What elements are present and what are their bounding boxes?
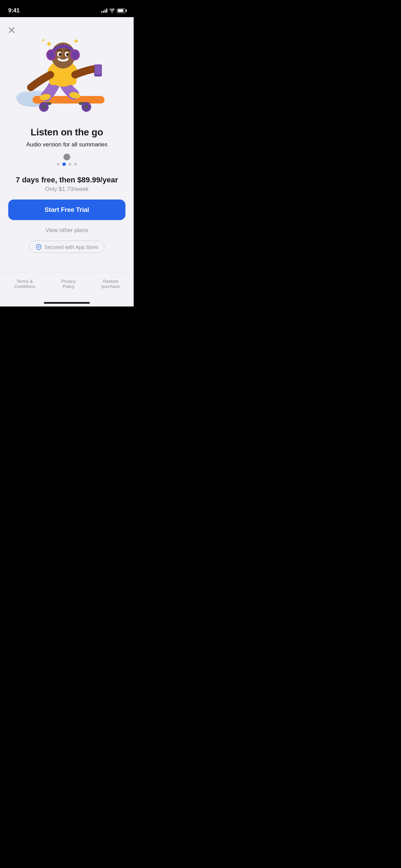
start-trial-button[interactable]: Start Free Trial bbox=[8, 200, 125, 220]
svg-point-21 bbox=[72, 51, 78, 59]
svg-point-9 bbox=[84, 105, 88, 109]
svg-point-7 bbox=[42, 105, 46, 109]
pagination-dot-2[interactable] bbox=[69, 163, 71, 166]
pricing-sub-text: Only $1.73/week bbox=[16, 186, 118, 193]
status-bar: 9:41 bbox=[0, 0, 134, 17]
privacy-link[interactable]: Privacy Policy bbox=[49, 279, 88, 289]
main-title: Listen on the go bbox=[31, 127, 103, 138]
skateboarder-illustration bbox=[12, 21, 122, 123]
content-area: Listen on the go Audio version for all s… bbox=[0, 127, 134, 272]
secured-text: Secured with App Store bbox=[45, 244, 98, 250]
pagination-dot-1[interactable] bbox=[62, 162, 66, 166]
scroll-indicator-dot bbox=[63, 154, 70, 160]
pagination-dot-3[interactable] bbox=[74, 163, 77, 166]
pricing-main-text: 7 days free, then $89.99/year bbox=[16, 176, 118, 184]
svg-point-24 bbox=[59, 53, 61, 56]
shield-icon bbox=[36, 244, 42, 250]
dots-container bbox=[63, 154, 70, 160]
svg-rect-15 bbox=[95, 65, 101, 75]
battery-icon bbox=[117, 9, 125, 13]
footer: Terms & Conditions Privacy Policy Restor… bbox=[0, 272, 134, 299]
close-button[interactable] bbox=[5, 24, 18, 36]
restore-link[interactable]: Restore purchase bbox=[88, 279, 134, 289]
wifi-icon bbox=[109, 9, 115, 13]
svg-point-20 bbox=[48, 51, 54, 59]
svg-point-25 bbox=[66, 53, 69, 56]
pagination-dot-0[interactable] bbox=[57, 163, 60, 166]
subtitle: Audio version for all summaries bbox=[26, 141, 107, 148]
terms-link[interactable]: Terms & Conditions bbox=[0, 279, 49, 289]
signal-icon bbox=[101, 9, 107, 13]
pagination-dots bbox=[57, 162, 77, 166]
modal-sheet: Listen on the go Audio version for all s… bbox=[0, 17, 134, 306]
status-icons bbox=[101, 9, 125, 13]
pricing-section: 7 days free, then $89.99/year Only $1.73… bbox=[16, 176, 118, 193]
status-time: 9:41 bbox=[8, 7, 20, 14]
view-plans-button[interactable]: View other plans bbox=[45, 227, 88, 234]
illustration-container bbox=[0, 17, 134, 127]
home-indicator bbox=[44, 302, 90, 304]
secured-badge: Secured with App Store bbox=[29, 241, 105, 253]
